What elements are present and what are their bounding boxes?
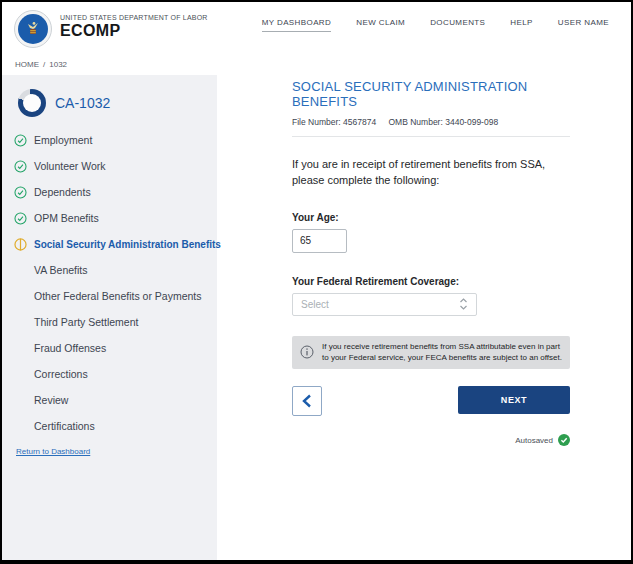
ecomp-window: UNITED STATES DEPARTMENT OF LABOR ECOMP … <box>0 0 633 564</box>
next-button[interactable]: NEXT <box>458 386 570 414</box>
form-actions: NEXT <box>292 386 570 416</box>
sidebar-item-label: Dependents <box>34 186 91 198</box>
progress-donut-icon <box>18 89 46 117</box>
sidebar-item-label: Certifications <box>34 420 95 432</box>
sidebar: CA-1032 EmploymentVolunteer WorkDependen… <box>2 75 217 560</box>
coverage-select-value: Select <box>301 299 329 310</box>
sidebar-item-label: Third Party Settlement <box>34 316 138 328</box>
intro-text: If you are in receipt of retirement bene… <box>292 157 570 189</box>
back-chevron-icon <box>301 394 313 408</box>
age-input[interactable] <box>292 229 347 253</box>
brand-text: UNITED STATES DEPARTMENT OF LABOR ECOMP <box>60 10 208 40</box>
sidebar-item-dependents[interactable]: Dependents <box>12 179 209 205</box>
select-chevrons-icon <box>459 298 468 310</box>
sidebar-item-va-benefits[interactable]: VA Benefits <box>12 257 209 283</box>
file-number-value: 4567874 <box>343 117 376 127</box>
breadcrumb-separator: / <box>43 60 45 69</box>
app-name: ECOMP <box>60 22 208 40</box>
icon-spacer <box>14 368 27 381</box>
icon-spacer <box>14 290 27 303</box>
sidebar-item-label: Volunteer Work <box>34 160 106 172</box>
sidebar-item-other-federal-benefits-or-payments[interactable]: Other Federal Benefits or Payments <box>12 283 209 309</box>
offset-notice-text: If you receive retirement benefits from … <box>322 341 562 364</box>
main-content: SOCIAL SECURITY ADMINISTRATION BENEFITS … <box>217 75 631 560</box>
sidebar-item-certifications[interactable]: Certifications <box>12 413 209 439</box>
back-button[interactable] <box>292 386 322 416</box>
omb-number-value: 3440-099-098 <box>445 117 498 127</box>
offset-notice: If you receive retirement benefits from … <box>292 336 570 369</box>
file-number-label: File Number: <box>292 117 341 127</box>
sidebar-item-label: OPM Benefits <box>34 212 99 224</box>
omb-number-label: OMB Number: <box>389 117 443 127</box>
age-label: Your Age: <box>292 212 570 223</box>
autosave-check-icon <box>558 434 570 446</box>
coverage-select[interactable]: Select <box>292 293 477 316</box>
icon-spacer <box>14 342 27 355</box>
nav-item-documents[interactable]: DOCUMENTS <box>430 18 485 31</box>
autosave-status: Autosaved <box>292 434 570 446</box>
sidebar-item-fraud-offenses[interactable]: Fraud Offenses <box>12 335 209 361</box>
check-circle-icon <box>14 160 27 173</box>
coverage-label: Your Federal Retirement Coverage: <box>292 276 570 287</box>
info-icon <box>300 345 314 359</box>
eagle-emblem <box>22 18 44 40</box>
breadcrumb: HOME/1032 <box>15 60 67 69</box>
breadcrumb-home-link[interactable]: HOME <box>15 60 39 69</box>
in-progress-icon <box>14 238 27 251</box>
icon-spacer <box>14 420 27 433</box>
sidebar-item-label: Social Security Administration Benefits <box>34 239 221 250</box>
sidebar-item-label: VA Benefits <box>34 264 88 276</box>
sidebar-item-label: Employment <box>34 134 92 146</box>
sidebar-item-review[interactable]: Review <box>12 387 209 413</box>
form-meta: File Number: 4567874 OMB Number: 3440-09… <box>292 117 570 137</box>
nav-item-user-name[interactable]: USER NAME <box>558 18 609 31</box>
dol-seal-inner <box>18 14 48 44</box>
sidebar-item-third-party-settlement[interactable]: Third Party Settlement <box>12 309 209 335</box>
sidebar-item-corrections[interactable]: Corrections <box>12 361 209 387</box>
header: UNITED STATES DEPARTMENT OF LABOR ECOMP … <box>2 2 631 75</box>
nav-item-help[interactable]: HELP <box>510 18 533 31</box>
nav-item-my-dashboard[interactable]: MY DASHBOARD <box>262 18 332 32</box>
sidebar-item-label: Corrections <box>34 368 88 380</box>
nav-item-new-claim[interactable]: NEW CLAIM <box>356 18 405 31</box>
autosave-label: Autosaved <box>515 436 553 445</box>
dol-seal-logo <box>14 10 52 48</box>
top-nav: MY DASHBOARDNEW CLAIMDOCUMENTSHELPUSER N… <box>262 18 609 32</box>
icon-spacer <box>14 264 27 277</box>
check-circle-icon <box>14 134 27 147</box>
sidebar-item-employment[interactable]: Employment <box>12 127 209 153</box>
sidebar-item-label: Fraud Offenses <box>34 342 106 354</box>
sidebar-item-social-security-administration-benefits[interactable]: Social Security Administration Benefits <box>12 231 209 257</box>
return-to-dashboard-link[interactable]: Return to Dashboard <box>16 447 90 456</box>
sidebar-item-volunteer-work[interactable]: Volunteer Work <box>12 153 209 179</box>
icon-spacer <box>14 394 27 407</box>
page-title: SOCIAL SECURITY ADMINISTRATION BENEFITS <box>292 79 570 109</box>
sidebar-nav: EmploymentVolunteer WorkDependentsOPM Be… <box>12 127 209 439</box>
sidebar-item-opm-benefits[interactable]: OPM Benefits <box>12 205 209 231</box>
breadcrumb-current: 1032 <box>49 60 67 69</box>
check-circle-icon <box>14 212 27 225</box>
sidebar-form-header: CA-1032 <box>12 87 209 127</box>
form-title: CA-1032 <box>55 95 110 111</box>
sidebar-item-label: Review <box>34 394 68 406</box>
sidebar-item-label: Other Federal Benefits or Payments <box>34 290 202 302</box>
icon-spacer <box>14 316 27 329</box>
agency-name: UNITED STATES DEPARTMENT OF LABOR <box>60 14 208 21</box>
check-circle-icon <box>14 186 27 199</box>
